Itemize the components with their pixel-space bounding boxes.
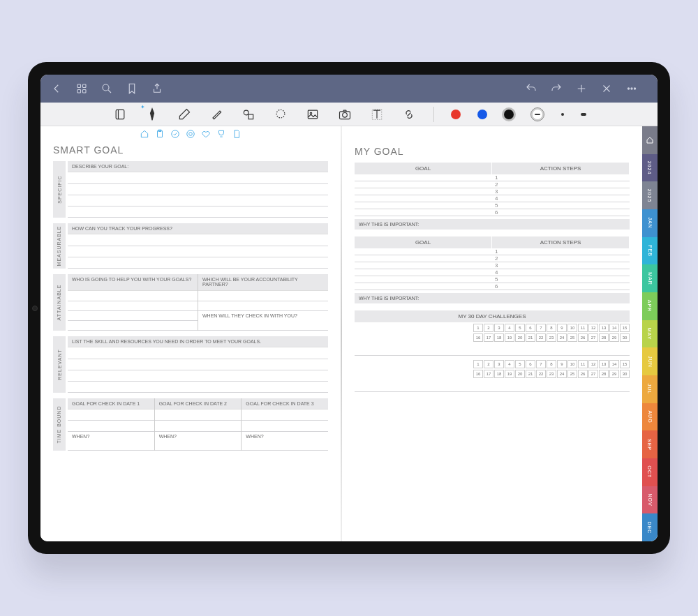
close-icon[interactable]	[599, 81, 614, 96]
tab-oct[interactable]: OCT	[642, 458, 658, 486]
challenge-1[interactable]: 123456789101112131415 161718192021222324…	[355, 324, 630, 356]
day-17[interactable]: 17	[484, 370, 493, 378]
clipboard-icon[interactable]	[155, 129, 165, 140]
day-17[interactable]: 17	[484, 333, 493, 342]
day-11[interactable]: 11	[578, 324, 588, 332]
day-12[interactable]: 12	[588, 360, 598, 368]
tab-2025[interactable]: 2025	[642, 181, 658, 209]
day-6[interactable]: 6	[526, 360, 535, 368]
day-18[interactable]: 18	[494, 370, 504, 378]
day-25[interactable]: 25	[567, 370, 577, 378]
stroke-3[interactable]	[581, 113, 586, 116]
day-19[interactable]: 19	[505, 370, 514, 378]
redo-icon[interactable]	[549, 81, 564, 96]
day-11[interactable]: 11	[578, 360, 588, 368]
day-21[interactable]: 21	[526, 333, 535, 342]
day-10[interactable]: 10	[567, 360, 577, 368]
day-16[interactable]: 16	[473, 333, 483, 342]
tab-jun[interactable]: JUN	[642, 347, 658, 375]
check-circle-icon[interactable]	[170, 129, 180, 140]
add-icon[interactable]	[574, 81, 589, 96]
day-18[interactable]: 18	[494, 333, 504, 342]
thumbnails-icon[interactable]	[74, 81, 89, 96]
day-2[interactable]: 2	[484, 324, 493, 332]
tab-mar[interactable]: MAR	[642, 264, 658, 292]
day-5[interactable]: 5	[515, 324, 525, 332]
day-29[interactable]: 29	[609, 333, 619, 342]
day-7[interactable]: 7	[536, 360, 546, 368]
tab-jul[interactable]: JUL	[642, 375, 658, 403]
bookmark-icon[interactable]	[124, 81, 140, 96]
day-24[interactable]: 24	[557, 370, 567, 378]
day-19[interactable]: 19	[505, 333, 514, 342]
day-26[interactable]: 26	[578, 333, 588, 342]
tab-home[interactable]	[642, 126, 658, 154]
day-14[interactable]: 14	[609, 360, 619, 368]
eraser-icon[interactable]	[177, 107, 192, 122]
tab-feb[interactable]: FEB	[642, 237, 658, 265]
day-2[interactable]: 2	[484, 360, 493, 368]
day-27[interactable]: 27	[588, 333, 598, 342]
day-1[interactable]: 1	[473, 324, 483, 332]
red-color[interactable]	[451, 110, 461, 119]
goal-block-2[interactable]: 1 2 3 4 5 6	[355, 248, 630, 290]
day-20[interactable]: 20	[515, 370, 525, 378]
day-13[interactable]: 13	[599, 360, 609, 368]
day-27[interactable]: 27	[588, 370, 598, 378]
day-15[interactable]: 15	[620, 360, 630, 368]
challenge-2[interactable]: 123456789101112131415 161718192021222324…	[355, 360, 630, 392]
day-9[interactable]: 9	[557, 360, 567, 368]
tab-sep[interactable]: SEP	[642, 430, 658, 458]
day-8[interactable]: 8	[547, 324, 556, 332]
day-22[interactable]: 22	[536, 370, 546, 378]
search-icon[interactable]	[99, 81, 114, 96]
day-16[interactable]: 16	[473, 370, 483, 378]
stroke-1[interactable]	[530, 107, 544, 121]
tab-may[interactable]: MAY	[642, 320, 658, 348]
day-5[interactable]: 5	[515, 360, 525, 368]
day-28[interactable]: 28	[599, 370, 609, 378]
blue-color[interactable]	[477, 110, 487, 119]
day-3[interactable]: 3	[494, 360, 504, 368]
target-icon[interactable]	[186, 129, 195, 140]
day-4[interactable]: 4	[505, 360, 514, 368]
notebook-icon[interactable]	[112, 107, 128, 122]
day-25[interactable]: 25	[567, 333, 577, 342]
day-23[interactable]: 23	[547, 333, 556, 342]
tab-nov[interactable]: NOV	[642, 486, 658, 514]
day-15[interactable]: 15	[620, 324, 630, 332]
day-21[interactable]: 21	[526, 370, 535, 378]
back-icon[interactable]	[49, 81, 64, 96]
highlighter-icon[interactable]	[209, 107, 224, 122]
day-28[interactable]: 28	[599, 333, 609, 342]
goal-block-1[interactable]: 1 2 3 4 5 6	[355, 174, 630, 216]
tab-aug[interactable]: AUG	[642, 403, 658, 431]
day-10[interactable]: 10	[567, 324, 577, 332]
cup-icon[interactable]	[216, 129, 226, 140]
day-12[interactable]: 12	[588, 324, 598, 332]
day-29[interactable]: 29	[609, 370, 619, 378]
day-9[interactable]: 9	[557, 324, 567, 332]
tab-2024[interactable]: 2024	[642, 154, 658, 182]
day-6[interactable]: 6	[526, 324, 535, 332]
tab-jan[interactable]: JAN	[642, 209, 658, 237]
undo-icon[interactable]	[524, 81, 539, 96]
tab-dec[interactable]: DEC	[642, 513, 658, 541]
day-14[interactable]: 14	[609, 324, 619, 332]
day-13[interactable]: 13	[599, 324, 609, 332]
day-23[interactable]: 23	[547, 370, 556, 378]
day-30[interactable]: 30	[620, 333, 630, 342]
camera-icon[interactable]	[337, 107, 352, 122]
day-26[interactable]: 26	[578, 370, 588, 378]
stroke-2[interactable]	[561, 113, 564, 116]
shapes-icon[interactable]	[241, 107, 256, 122]
day-20[interactable]: 20	[515, 333, 525, 342]
day-3[interactable]: 3	[494, 324, 504, 332]
day-1[interactable]: 1	[473, 360, 483, 368]
heart-icon[interactable]	[201, 129, 211, 140]
page-icon[interactable]	[232, 129, 242, 140]
home-tab-icon[interactable]	[140, 129, 149, 140]
link-icon[interactable]	[401, 107, 417, 122]
day-7[interactable]: 7	[536, 324, 546, 332]
day-30[interactable]: 30	[620, 370, 630, 378]
